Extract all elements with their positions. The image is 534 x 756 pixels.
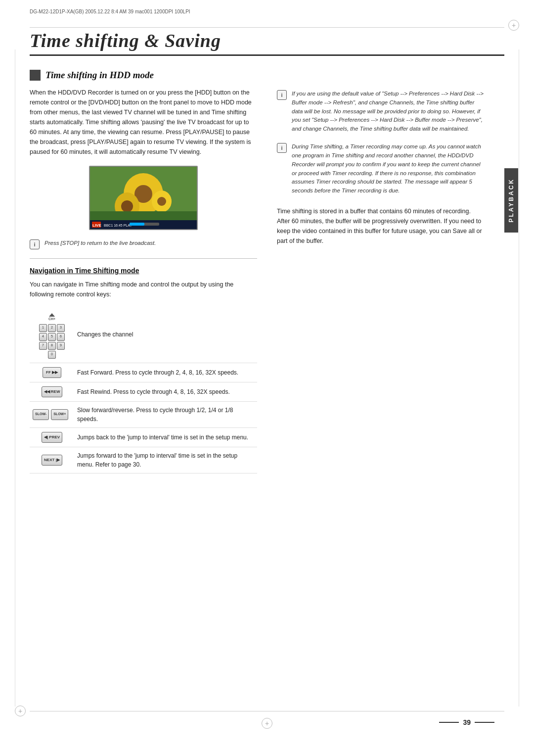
section2-body: Time shifting is stored in a buffer that… — [277, 206, 485, 246]
num-8: 8 — [48, 342, 56, 350]
key-cell-ch: CH+ 1 2 3 — [30, 306, 74, 363]
section1-heading: Time shifting in HDD mode — [30, 70, 257, 81]
left-column: Time shifting in HDD mode When the HDD/D… — [30, 70, 257, 473]
heading-bar-icon — [30, 70, 41, 81]
tv-image-content: LIVE BBC1 16:45 PLAY — [90, 167, 197, 229]
reg-mark-center — [262, 718, 272, 729]
rew-button: ◀◀ REW — [42, 386, 63, 397]
page-num-bar-right — [475, 722, 494, 723]
numpad-row4: 0 — [48, 351, 56, 359]
num-7: 7 — [39, 342, 47, 350]
desc-cell-ff: Fast Forward. Press to cycle through 2, … — [74, 363, 257, 382]
ch-up-btn: CH+ — [48, 313, 55, 322]
left-margin-line — [15, 49, 15, 707]
note1-block: i If you are using the default value of … — [277, 90, 485, 134]
two-column-layout: Time shifting in HDD mode When the HDD/D… — [30, 70, 504, 473]
note1-icon-inner: i — [277, 90, 287, 100]
ch-plus-label: CH+ — [48, 317, 55, 322]
num-6: 6 — [57, 333, 65, 341]
numpad-row3: 7 8 9 — [39, 342, 65, 350]
next-label: NEXT |▶ — [44, 457, 60, 463]
key-cell-ff: FF ▶▶ — [30, 363, 74, 382]
reg-mark-bottom-center — [262, 718, 272, 729]
note2-icon: i — [277, 143, 288, 154]
key-cell-next: NEXT |▶ — [30, 447, 74, 473]
num-3: 3 — [57, 324, 65, 332]
table-row: ◀◀ REW Fast Rewind. Press to cycle throu… — [30, 382, 257, 401]
numpad-row1: 1 2 3 — [39, 324, 65, 332]
key-cell-slow: SLOW- SLOW+ — [30, 401, 74, 427]
right-margin-line — [519, 49, 519, 707]
bottom-margin-line — [30, 711, 504, 711]
num-5: 5 — [48, 333, 56, 341]
prev-label: ◀| PREV — [44, 434, 60, 440]
ff-description: Fast Forward. Press to cycle through 2, … — [77, 369, 238, 376]
note2-text: During Time shifting, a Timer recording … — [292, 142, 485, 195]
stop-note-text: Press [STOP] to return to the live broad… — [44, 239, 156, 248]
section1-title: Time shifting in HDD mode — [45, 70, 154, 81]
table-row: SLOW- SLOW+ Slow forward/reverse. Press … — [30, 401, 257, 427]
key-cell-prev: ◀| PREV — [30, 427, 74, 447]
desc-cell-next: Jumps forward to the 'jump to interval' … — [74, 447, 257, 473]
note1-icon: i — [277, 90, 288, 101]
stop-note: i Press [STOP] to return to the live bro… — [30, 239, 257, 250]
desc-cell-ch: Changes the channel — [74, 306, 257, 363]
slow-description: Slow forward/reverse. Press to cycle thr… — [77, 407, 233, 423]
nav-heading: Navigation in Time Shifting mode — [30, 267, 257, 275]
section1-body: When the HDD/DVD Recorder is turned on o… — [30, 88, 257, 157]
ch-description: Changes the channel — [77, 331, 133, 338]
slow-plus-button: SLOW+ — [51, 409, 68, 420]
rew-description: Fast Rewind. Press to cycle through 4, 8… — [77, 388, 230, 395]
playback-tab: PLAYBACK — [504, 168, 518, 233]
table-row: ◀| PREV Jumps back to the 'jump to inter… — [30, 427, 257, 447]
table-row: FF ▶▶ Fast Forward. Press to cycle throu… — [30, 363, 257, 382]
page-number: 39 — [463, 718, 471, 726]
svg-text:BBC1  16:45  PLAY: BBC1 16:45 PLAY — [104, 224, 132, 227]
svg-text:LIVE: LIVE — [92, 223, 101, 228]
page-number-block: 39 — [439, 718, 494, 726]
playback-label: PLAYBACK — [508, 178, 515, 223]
reg-mark-top-right — [508, 20, 519, 31]
desc-cell-prev: Jumps back to the 'jump to interval' tim… — [74, 427, 257, 447]
ff-label: FF ▶▶ — [46, 370, 58, 376]
main-content: Time shifting & Saving Time shifting in … — [30, 30, 504, 707]
num-0: 0 — [48, 351, 56, 359]
tv-image-svg: LIVE BBC1 16:45 PLAY — [90, 167, 197, 229]
num-9: 9 — [57, 342, 65, 350]
tv-screenshot: LIVE BBC1 16:45 PLAY — [89, 166, 198, 230]
key-cell-rew: ◀◀ REW — [30, 382, 74, 401]
note-icon-stop: i — [30, 239, 41, 250]
next-description: Jumps forward to the 'jump to interval' … — [77, 452, 237, 468]
prev-description: Jumps back to the 'jump to interval' tim… — [77, 434, 248, 441]
desc-cell-slow: Slow forward/reverse. Press to cycle thr… — [74, 401, 257, 427]
top-metadata: DG-M22-12D1P-XA(GB) 2005.12.22 8:4 AM 39… — [30, 9, 504, 14]
nav-body: You can navigate in Time shifting mode a… — [30, 280, 257, 299]
svg-point-4 — [121, 200, 133, 212]
num-2: 2 — [48, 324, 56, 332]
ff-button: FF ▶▶ — [43, 367, 61, 378]
svg-point-6 — [157, 197, 166, 206]
num-1: 1 — [39, 324, 47, 332]
channel-keys-visual: CH+ 1 2 3 — [39, 313, 65, 359]
prev-button: ◀| PREV — [42, 432, 62, 443]
svg-rect-13 — [130, 223, 144, 226]
table-row: NEXT |▶ Jumps forward to the 'jump to in… — [30, 447, 257, 473]
note-icon-inner: i — [30, 239, 40, 249]
right-column: i If you are using the default value of … — [277, 70, 485, 473]
num-4: 4 — [39, 333, 47, 341]
ch-up-arrow — [49, 313, 55, 317]
slow-minus-button: SLOW- — [33, 409, 49, 420]
note2-icon-inner: i — [277, 143, 287, 153]
numpad-row2: 4 5 6 — [39, 333, 65, 341]
page-container: DG-M22-12D1P-XA(GB) 2005.12.22 8:4 AM 39… — [0, 0, 534, 756]
note2-block: i During Time shifting, a Timer recordin… — [277, 142, 485, 195]
note1-text: If you are using the default value of "S… — [292, 90, 485, 134]
top-margin-line — [30, 27, 504, 28]
rew-label: ◀◀ REW — [44, 389, 60, 395]
table-row: CH+ 1 2 3 — [30, 306, 257, 363]
page-title: Time shifting & Saving — [30, 30, 504, 56]
slow-keys-visual: SLOW- SLOW+ — [33, 409, 71, 420]
next-button: NEXT |▶ — [42, 455, 62, 466]
meta-left: DG-M22-12D1P-XA(GB) 2005.12.22 8:4 AM 39… — [30, 9, 190, 14]
divider1 — [30, 258, 257, 259]
